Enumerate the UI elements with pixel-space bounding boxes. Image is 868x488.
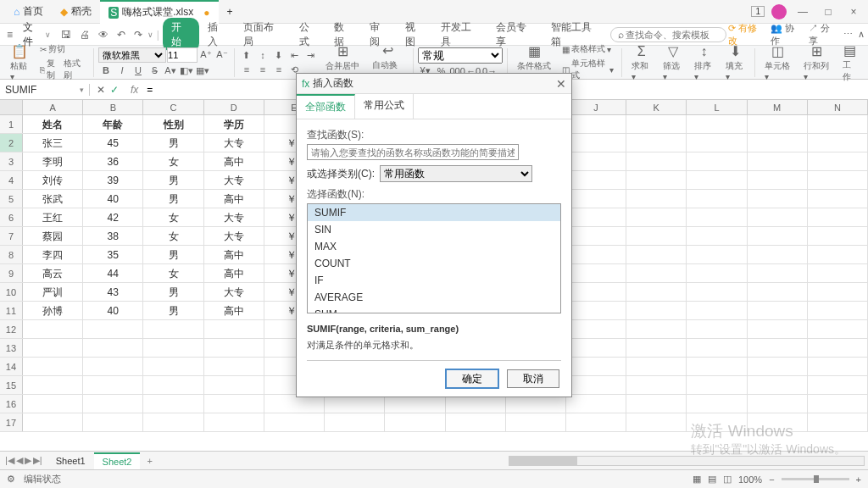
copy-button[interactable]: ⎘复制 格式刷 [36, 57, 89, 82]
column-header[interactable]: A [23, 100, 83, 114]
row-header[interactable]: 15 [0, 376, 23, 394]
row-header[interactable]: 17 [0, 413, 23, 431]
table-style-button[interactable]: ▦表格样式▾ [559, 42, 618, 56]
cell[interactable] [83, 358, 143, 375]
sheet-first-icon[interactable]: |◀ [5, 455, 14, 466]
cell[interactable]: 35 [83, 246, 143, 263]
row-header[interactable]: 1 [0, 115, 23, 133]
cell[interactable] [748, 134, 808, 152]
cell[interactable]: 李明 [23, 152, 83, 170]
row-header[interactable]: 13 [0, 339, 23, 357]
cell[interactable] [626, 134, 687, 152]
cell[interactable] [808, 339, 868, 357]
more-icon[interactable]: ⋯ [843, 29, 853, 40]
cell[interactable]: 性别 [143, 115, 203, 133]
cell[interactable] [748, 227, 808, 245]
cell[interactable] [748, 190, 808, 208]
cell[interactable] [143, 320, 203, 338]
command-search[interactable]: ⌕ [610, 27, 726, 42]
align-left-icon[interactable]: ≡ [239, 63, 254, 76]
name-box[interactable]: SUMIF▾ [0, 84, 90, 96]
cell[interactable]: 女 [143, 264, 203, 282]
cell[interactable]: 女 [143, 227, 203, 245]
cell[interactable] [143, 376, 203, 394]
cell[interactable]: 43 [83, 283, 143, 301]
cell[interactable]: 年龄 [83, 115, 143, 133]
cell[interactable] [808, 171, 868, 189]
cell[interactable] [143, 413, 203, 431]
cell[interactable]: 男 [143, 246, 203, 263]
cell[interactable] [83, 395, 143, 413]
cell[interactable] [748, 358, 808, 375]
cell[interactable]: 高中 [204, 264, 264, 282]
row-header[interactable]: 5 [0, 190, 23, 208]
cell[interactable] [626, 208, 687, 226]
cell[interactable] [626, 339, 687, 357]
cell[interactable] [204, 339, 264, 357]
row-header[interactable]: 7 [0, 227, 23, 245]
cell[interactable] [687, 413, 747, 431]
sheet-tab-2[interactable]: Sheet2 [94, 452, 141, 469]
row-header[interactable]: 11 [0, 302, 23, 319]
cell[interactable] [748, 171, 808, 189]
function-list-item[interactable]: IF [308, 272, 560, 289]
cell[interactable]: 高中 [204, 246, 264, 263]
row-header[interactable]: 14 [0, 358, 23, 375]
cell[interactable] [687, 115, 747, 133]
tab-start[interactable]: 开始 [163, 18, 200, 52]
cell[interactable] [566, 134, 626, 152]
cell[interactable] [204, 358, 264, 375]
column-header[interactable]: N [808, 100, 868, 114]
sheet-last-icon[interactable]: ▶| [33, 455, 42, 466]
row-header[interactable]: 4 [0, 171, 23, 189]
cell[interactable] [748, 115, 808, 133]
zoom-slider[interactable] [782, 478, 849, 480]
sheet-button[interactable]: ▤工作 [837, 42, 863, 83]
avatar[interactable] [771, 4, 787, 19]
font-size-input[interactable] [167, 47, 198, 63]
cell[interactable]: 李四 [23, 246, 83, 263]
sum-button[interactable]: Σ求和▾ [626, 44, 656, 81]
cell[interactable] [566, 115, 626, 133]
cell[interactable] [808, 152, 868, 170]
cell[interactable] [264, 413, 325, 431]
cell[interactable] [626, 413, 687, 431]
cell[interactable] [23, 376, 83, 394]
cell[interactable]: 女 [143, 208, 203, 226]
cut-button[interactable]: ✂剪切 [36, 42, 89, 56]
window-close[interactable]: × [844, 6, 863, 18]
cell[interactable] [808, 134, 868, 152]
cell[interactable] [748, 320, 808, 338]
sheet-add-button[interactable]: + [140, 456, 159, 466]
cell[interactable] [748, 376, 808, 394]
cell[interactable]: 大专 [204, 283, 264, 301]
row-header[interactable]: 16 [0, 395, 23, 413]
cell[interactable] [687, 283, 747, 301]
cell[interactable]: 孙博 [23, 302, 83, 319]
fx-icon[interactable]: fx [125, 84, 143, 96]
window-maximize[interactable]: □ [819, 6, 837, 18]
window-minimize[interactable]: — [793, 6, 812, 18]
view-normal-icon[interactable]: ▦ [693, 474, 701, 485]
cell[interactable]: 严训 [23, 283, 83, 301]
menu-icon[interactable]: ≡ [3, 27, 16, 42]
cell[interactable] [566, 152, 626, 170]
cell[interactable]: 42 [83, 208, 143, 226]
cell[interactable] [385, 413, 445, 431]
tab-daoke[interactable]: ◆稻壳 [52, 0, 100, 24]
sort-button[interactable]: ↕排序▾ [689, 44, 719, 81]
cell[interactable]: 男 [143, 171, 203, 189]
cell[interactable] [626, 264, 687, 282]
category-select[interactable]: 常用函数 [380, 165, 532, 182]
border-icon[interactable]: ▦▾ [195, 64, 210, 77]
print-icon[interactable]: 🖨 [76, 27, 93, 42]
cell[interactable] [687, 134, 747, 152]
undo-icon[interactable]: ↶ [114, 27, 129, 42]
cell[interactable] [687, 208, 747, 226]
cell[interactable] [687, 302, 747, 319]
cell[interactable]: 女 [143, 152, 203, 170]
row-header[interactable]: 3 [0, 152, 23, 170]
align-middle-icon[interactable]: ↕ [255, 48, 270, 62]
cell[interactable] [687, 190, 747, 208]
cell[interactable] [23, 339, 83, 357]
